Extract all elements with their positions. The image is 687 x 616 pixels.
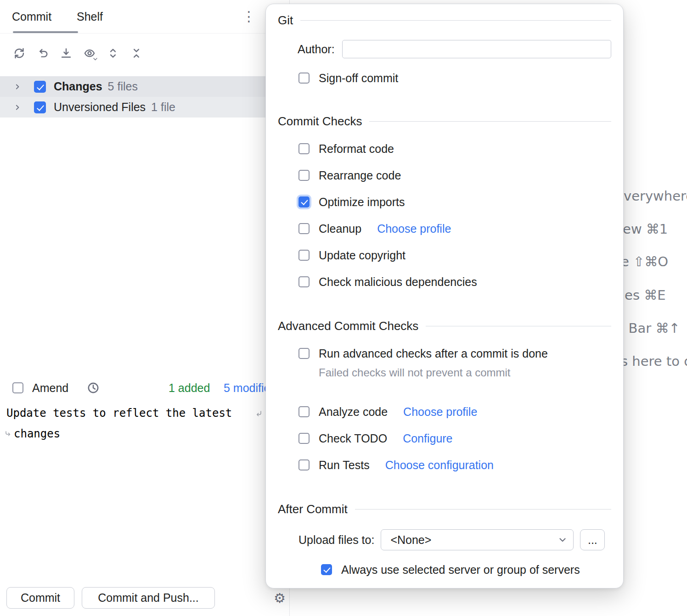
amend-checkbox[interactable] (12, 382, 23, 393)
kebab-menu-icon[interactable]: ⋮ (240, 4, 258, 29)
update-copyright-row: Update copyright (298, 248, 611, 262)
commit-tool-window: Commit Shelf ⋮ (0, 0, 290, 616)
check-todo-checkbox[interactable] (298, 433, 310, 444)
changes-file-count: 5 files (108, 80, 138, 93)
git-section-header: Git (278, 12, 611, 28)
amend-label[interactable]: Amend (32, 377, 68, 398)
after-commit-section-header: After Commit (278, 501, 611, 517)
check-malicious-label[interactable]: Check malicious dependencies (319, 275, 477, 289)
run-advanced-hint: Failed checks will not prevent a commit (319, 366, 611, 380)
run-advanced-row: Run advanced checks after a commit is do… (298, 347, 611, 360)
git-section-title: Git (278, 12, 293, 28)
author-label: Author: (298, 43, 335, 56)
optimize-imports-label[interactable]: Optimize imports (319, 196, 405, 209)
check-todo-row: Check TODO Configure (298, 431, 611, 445)
tab-shelf-label: Shelf (77, 10, 103, 23)
browse-servers-button[interactable]: ... (580, 529, 605, 550)
signoff-checkbox[interactable] (298, 73, 310, 84)
after-commit-title: After Commit (278, 501, 348, 517)
tests-choose-configuration-link[interactable]: Choose configuration (385, 459, 494, 472)
soft-wrap-icon (5, 431, 11, 439)
analyze-code-label[interactable]: Analyze code (319, 405, 388, 419)
changes-label[interactable]: Changes (54, 80, 102, 93)
upload-files-row: Upload files to: <None> ... (298, 529, 611, 551)
author-input[interactable] (342, 40, 611, 58)
unversioned-file-count: 1 file (151, 101, 175, 114)
commit-toolbar (11, 45, 145, 62)
analyze-code-row: Analyze code Choose profile (298, 405, 611, 419)
chevron-right-icon[interactable] (13, 82, 22, 91)
run-tests-label[interactable]: Run Tests (319, 459, 370, 472)
optimize-imports-checkbox[interactable] (298, 196, 310, 207)
rollback-icon[interactable] (34, 45, 51, 62)
shelve-icon[interactable] (58, 45, 74, 62)
hint-search-everywhere: verywhere (624, 188, 687, 204)
commit-checks-title: Commit Checks (278, 113, 362, 129)
hint-recent-files: iles ⌘E (617, 287, 666, 303)
expand-all-icon[interactable] (105, 45, 121, 62)
section-divider (300, 20, 611, 21)
reformat-code-checkbox[interactable] (298, 143, 310, 154)
commit-toolwindow-tabbar: Commit Shelf ⋮ (0, 0, 289, 34)
run-advanced-checkbox[interactable] (298, 348, 310, 359)
tree-row-unversioned[interactable]: Unversioned Files 1 file (0, 97, 289, 118)
run-tests-checkbox[interactable] (298, 459, 310, 470)
section-divider (426, 326, 611, 326)
update-copyright-label[interactable]: Update copyright (319, 249, 405, 262)
optimize-imports-row: Optimize imports (298, 195, 611, 209)
commit-button[interactable]: Commit (6, 587, 74, 609)
commit-options-gear-icon[interactable]: ⚙ (272, 590, 287, 606)
run-tests-row: Run Tests Choose configuration (298, 458, 611, 472)
section-divider (369, 121, 611, 122)
cleanup-choose-profile-link[interactable]: Choose profile (377, 222, 451, 235)
update-copyright-checkbox[interactable] (298, 250, 310, 261)
cleanup-checkbox[interactable] (298, 223, 310, 234)
commit-checks-section-header: Commit Checks (278, 113, 611, 129)
commit-and-push-button[interactable]: Commit and Push... (82, 587, 215, 609)
unversioned-label[interactable]: Unversioned Files (54, 101, 146, 114)
changes-checkbox[interactable] (34, 81, 46, 93)
preview-diff-eye-icon[interactable] (81, 45, 98, 62)
check-malicious-row: Check malicious dependencies (298, 275, 611, 289)
collapse-all-icon[interactable] (128, 45, 145, 62)
check-malicious-checkbox[interactable] (298, 276, 310, 287)
todo-configure-link[interactable]: Configure (403, 432, 452, 445)
active-tab-underline (13, 31, 78, 33)
tab-commit[interactable]: Commit (12, 0, 51, 33)
commit-options-popup: Git Author: Sign-off commit Commit Check… (265, 4, 624, 588)
reformat-code-label[interactable]: Reformat code (319, 142, 394, 156)
run-advanced-label[interactable]: Run advanced checks after a commit is do… (319, 347, 548, 360)
commit-message-editor[interactable]: Update tests to reflect the latest chang… (0, 403, 289, 486)
signoff-label[interactable]: Sign-off commit (319, 72, 398, 85)
tab-shelf[interactable]: Shelf (77, 0, 103, 33)
tab-commit-label: Commit (12, 10, 51, 23)
reformat-code-row: Reformat code (298, 142, 611, 156)
rearrange-code-row: Rearrange code (298, 168, 611, 182)
always-use-server-label[interactable]: Always use selected server or group of s… (341, 563, 580, 577)
cleanup-row: Cleanup Choose profile (298, 222, 611, 235)
rearrange-code-label[interactable]: Rearrange code (319, 169, 401, 182)
commit-message-line2: changes (14, 427, 60, 440)
upload-files-label: Upload files to: (298, 533, 374, 547)
unversioned-checkbox[interactable] (34, 101, 46, 113)
chevron-right-icon[interactable] (13, 103, 22, 112)
commit-message-line1: Update tests to reflect the latest (6, 407, 232, 420)
rearrange-code-checkbox[interactable] (298, 170, 310, 181)
advanced-checks-title: Advanced Commit Checks (278, 318, 418, 334)
refresh-icon[interactable] (11, 45, 28, 62)
advanced-checks-section-header: Advanced Commit Checks (278, 318, 611, 334)
hint-drop-files: s here to o (621, 353, 687, 369)
changes-tree: Changes 5 files Unversioned Files 1 file (0, 76, 289, 118)
upload-server-value: <None> (390, 533, 431, 547)
cleanup-label[interactable]: Cleanup (319, 222, 361, 235)
section-divider (355, 509, 611, 510)
analyze-code-checkbox[interactable] (298, 406, 310, 417)
soft-wrap-icon (255, 410, 262, 419)
tree-row-changes[interactable]: Changes 5 files (0, 76, 289, 97)
commit-history-clock-icon[interactable] (87, 381, 100, 394)
hint-project-view: iew ⌘1 (619, 221, 668, 237)
always-use-server-checkbox[interactable] (321, 564, 332, 575)
analyze-choose-profile-link[interactable]: Choose profile (403, 405, 477, 419)
upload-server-select[interactable]: <None> (381, 529, 574, 550)
check-todo-label[interactable]: Check TODO (319, 432, 387, 445)
